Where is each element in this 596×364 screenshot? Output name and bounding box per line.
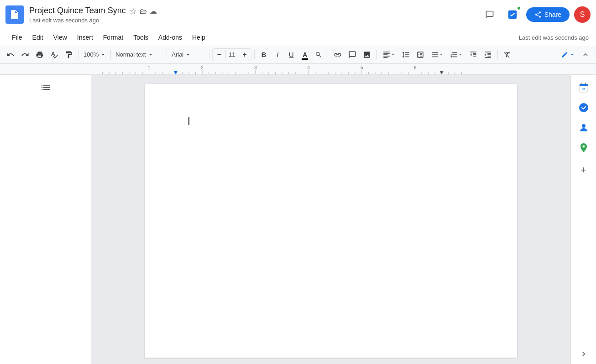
user-avatar[interactable]: S: [574, 6, 591, 23]
increase-font-size-button[interactable]: +: [238, 48, 251, 61]
folder-icon[interactable]: 🗁: [140, 7, 147, 16]
underline-button[interactable]: U: [285, 48, 298, 61]
doc-title: Project Quince Team Sync ☆ 🗁 ☁: [29, 5, 481, 16]
svg-rect-0: [12, 15, 17, 16]
align-button[interactable]: [380, 48, 398, 61]
text-color-button[interactable]: A: [298, 48, 311, 61]
separator-4: [209, 50, 209, 59]
zoom-select[interactable]: 100%: [82, 48, 108, 61]
increase-indent-button[interactable]: [481, 48, 495, 61]
font-select[interactable]: Arial: [170, 48, 206, 61]
menu-view[interactable]: View: [49, 32, 72, 43]
paint-format-button[interactable]: [62, 48, 76, 61]
clear-formatting-button[interactable]: [501, 48, 514, 61]
doc-title-text[interactable]: Project Quince Team Sync: [29, 6, 126, 16]
font-size-area: − 11 +: [212, 48, 251, 61]
suggest-edits-button[interactable]: [503, 5, 522, 24]
add-app-button[interactable]: +: [575, 161, 593, 179]
menu-insert[interactable]: Insert: [73, 32, 98, 43]
main-area: 31 +: [0, 75, 596, 364]
menu-file[interactable]: File: [7, 32, 27, 43]
redo-button[interactable]: [18, 48, 32, 61]
title-area: Project Quince Team Sync ☆ 🗁 ☁ Last edit…: [29, 5, 481, 24]
separator-2: [110, 50, 111, 59]
collapse-right-panel-button[interactable]: [579, 349, 588, 360]
zoom-value: 100%: [84, 51, 99, 58]
toolbar-right: [558, 48, 592, 61]
svg-text:31: 31: [581, 87, 586, 91]
title-icons: ☆ 🗁 ☁: [130, 6, 157, 16]
share-button[interactable]: Share: [526, 7, 570, 22]
google-calendar-button[interactable]: 31: [575, 78, 593, 97]
decrease-indent-button[interactable]: [466, 48, 480, 61]
menu-format[interactable]: Format: [99, 32, 128, 43]
undo-button[interactable]: [4, 48, 17, 61]
spelling-button[interactable]: [47, 48, 61, 61]
left-sidebar: [0, 75, 91, 364]
collapse-toolbar-button[interactable]: [579, 48, 592, 61]
bullet-list-button[interactable]: [428, 48, 446, 61]
separator-6: [328, 50, 328, 59]
separator-8: [497, 50, 498, 59]
right-apps-panel: 31 +: [570, 75, 596, 364]
toolbar: 100% Normal text Arial − 11 + B I U A: [0, 46, 596, 64]
decrease-font-size-button[interactable]: −: [213, 48, 225, 61]
editing-mode-button[interactable]: [558, 48, 578, 61]
share-label: Share: [544, 11, 561, 18]
line-spacing-button[interactable]: [399, 48, 413, 61]
svg-rect-1: [12, 16, 16, 17]
svg-point-10: [582, 124, 586, 128]
text-style-select[interactable]: Normal text: [114, 48, 164, 61]
google-contacts-button[interactable]: [575, 119, 593, 137]
ruler: [0, 64, 596, 75]
last-edit-status: Last edit was seconds ago: [519, 34, 589, 41]
google-tasks-button[interactable]: [575, 99, 593, 117]
numbered-list-button[interactable]: [447, 48, 465, 61]
menu-tools[interactable]: Tools: [129, 32, 153, 43]
bold-button[interactable]: B: [257, 48, 270, 61]
separator-5: [254, 50, 255, 59]
right-panel-divider: [578, 159, 589, 159]
comment-history-button[interactable]: [481, 5, 499, 24]
font-value: Arial: [172, 51, 183, 58]
menu-bar: File Edit View Insert Format Tools Add-o…: [0, 29, 596, 46]
top-bar: Project Quince Team Sync ☆ 🗁 ☁ Last edit…: [0, 0, 596, 29]
checklist-button[interactable]: [413, 48, 427, 61]
sync-status: Last edit was seconds ago: [29, 17, 481, 24]
document-page[interactable]: [145, 84, 517, 358]
text-style-value: Normal text: [115, 51, 146, 58]
menu-help[interactable]: Help: [188, 32, 210, 43]
doc-area[interactable]: [91, 75, 570, 364]
ruler-canvas: [0, 64, 596, 75]
print-button[interactable]: [33, 48, 47, 61]
highlight-button[interactable]: [312, 48, 325, 61]
insert-image-button[interactable]: [360, 48, 374, 61]
text-cursor: [188, 117, 189, 125]
menu-addons[interactable]: Add-ons: [154, 32, 187, 43]
star-icon[interactable]: ☆: [130, 6, 137, 16]
top-right: Share S: [481, 5, 591, 24]
italic-button[interactable]: I: [271, 48, 284, 61]
separator-3: [167, 50, 167, 59]
svg-point-9: [579, 103, 588, 112]
font-size-value: 11: [225, 50, 238, 59]
menu-edit[interactable]: Edit: [28, 32, 48, 43]
doc-icon: [5, 5, 24, 24]
insert-link-button[interactable]: [331, 48, 345, 61]
svg-rect-5: [580, 85, 588, 86]
separator-1: [78, 50, 79, 59]
google-maps-button[interactable]: [575, 139, 593, 157]
outline-icon[interactable]: [40, 82, 51, 96]
separator-7: [376, 50, 377, 59]
insert-comment-button[interactable]: [345, 48, 359, 61]
cloud-save-icon[interactable]: ☁: [150, 7, 157, 16]
